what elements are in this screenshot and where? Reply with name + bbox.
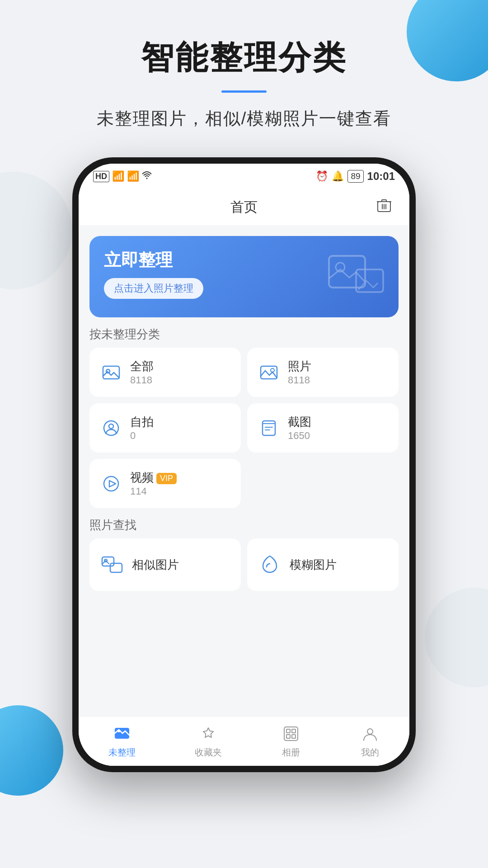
subtitle: 未整理图片，相似/模糊照片一键查看 [97, 107, 392, 130]
find-blur-name: 模糊图片 [290, 557, 337, 573]
category-selfie-name: 自拍 [130, 414, 154, 430]
category-video[interactable]: 视频VIP 114 [89, 459, 241, 508]
all-photos-icon [99, 361, 123, 384]
app-content: 首页 [79, 189, 409, 766]
find-similar-name: 相似图片 [132, 557, 179, 573]
category-video-name: 视频VIP [130, 470, 177, 486]
page-content: 智能整理分类 未整理图片，相似/模糊照片一键查看 HD 📶 📶 [0, 0, 488, 772]
wifi-icon [142, 170, 152, 182]
battery-level: 89 [347, 170, 363, 183]
tab-bar: 未整理 收藏夹 [79, 716, 409, 766]
banner[interactable]: 立即整理 点击进入照片整理 [89, 236, 399, 317]
svg-point-16 [117, 730, 120, 732]
profile-tab-icon [360, 724, 380, 744]
tab-favorites-label: 收藏夹 [195, 746, 222, 759]
category-selfie-info: 自拍 0 [130, 414, 154, 442]
phone-frame: HD 📶 📶 ⏰ 🔔 [72, 157, 416, 772]
top-nav: 首页 [79, 189, 409, 225]
svg-rect-13 [110, 563, 122, 572]
time-display: 10:01 [367, 170, 395, 183]
category-screenshot-count: 1650 [288, 430, 311, 442]
tab-album[interactable]: 相册 [281, 724, 301, 759]
vip-badge: VIP [156, 473, 177, 484]
unorganized-tab-icon [112, 724, 132, 744]
tab-favorites[interactable]: 收藏夹 [195, 724, 222, 759]
find-grid: 相似图片 [89, 538, 399, 591]
tab-album-label: 相册 [282, 746, 300, 759]
category-all-name: 全部 [130, 359, 154, 374]
find-section: 照片查找 [89, 517, 399, 591]
find-section-label: 照片查找 [89, 517, 399, 533]
unorganized-section: 按未整理分类 [89, 326, 399, 508]
photos-icon [257, 361, 281, 384]
category-photos-info: 照片 8118 [288, 359, 311, 386]
svg-rect-1 [329, 256, 365, 288]
signal-icons: 📶 📶 [112, 170, 139, 182]
find-blur[interactable]: 模糊图片 [247, 538, 399, 591]
category-all-count: 8118 [130, 374, 154, 386]
svg-point-22 [367, 729, 373, 734]
album-tab-icon [281, 724, 301, 744]
trash-button[interactable] [377, 198, 391, 217]
screenshot-icon [257, 416, 281, 440]
tab-unorganized-label: 未整理 [108, 746, 136, 759]
category-screenshot[interactable]: 截图 1650 [247, 403, 399, 453]
unorganized-section-label: 按未整理分类 [89, 326, 399, 342]
video-icon [99, 472, 123, 495]
title-divider [221, 90, 267, 93]
blur-icon [257, 552, 282, 577]
category-all-info: 全部 8118 [130, 359, 154, 386]
hd-badge: HD [93, 171, 109, 182]
svg-rect-4 [103, 366, 119, 379]
phone-inner: HD 📶 📶 ⏰ 🔔 [79, 164, 409, 766]
category-screenshot-info: 截图 1650 [288, 414, 311, 442]
alarm-icon: ⏰ [316, 170, 328, 182]
bell-icon: 🔔 [332, 170, 344, 182]
tab-profile[interactable]: 我的 [360, 724, 380, 759]
main-scroll: 立即整理 点击进入照片整理 [79, 225, 409, 716]
svg-rect-10 [263, 421, 275, 435]
category-video-info: 视频VIP 114 [130, 470, 177, 497]
category-photos-count: 8118 [288, 374, 311, 386]
svg-rect-3 [356, 269, 383, 292]
main-title: 智能整理分类 [141, 36, 347, 80]
categories-grid: 全部 8118 [89, 348, 399, 508]
category-selfie[interactable]: 自拍 0 [89, 403, 241, 453]
svg-rect-20 [286, 735, 290, 738]
svg-rect-18 [286, 729, 290, 733]
category-photos[interactable]: 照片 8118 [247, 348, 399, 397]
svg-point-9 [109, 424, 113, 429]
find-similar[interactable]: 相似图片 [89, 538, 241, 591]
status-left: HD 📶 📶 [93, 170, 152, 182]
svg-rect-12 [102, 557, 114, 566]
status-right: ⏰ 🔔 89 10:01 [316, 170, 395, 183]
category-photos-name: 照片 [288, 359, 311, 374]
phone-mockup: HD 📶 📶 ⏰ 🔔 [72, 157, 416, 772]
svg-rect-19 [292, 729, 296, 733]
nav-title: 首页 [230, 198, 258, 217]
banner-button[interactable]: 点击进入照片整理 [104, 278, 203, 299]
category-all[interactable]: 全部 8118 [89, 348, 241, 397]
banner-decoration [324, 247, 388, 306]
svg-rect-21 [292, 735, 296, 738]
tab-profile-label: 我的 [361, 746, 379, 759]
tab-unorganized[interactable]: 未整理 [108, 724, 136, 759]
category-screenshot-name: 截图 [288, 414, 311, 430]
category-video-count: 114 [130, 486, 177, 497]
favorites-tab-icon [198, 724, 218, 744]
selfie-icon [99, 416, 123, 440]
similar-icon [99, 552, 125, 577]
status-bar: HD 📶 📶 ⏰ 🔔 [79, 164, 409, 189]
category-selfie-count: 0 [130, 430, 154, 442]
